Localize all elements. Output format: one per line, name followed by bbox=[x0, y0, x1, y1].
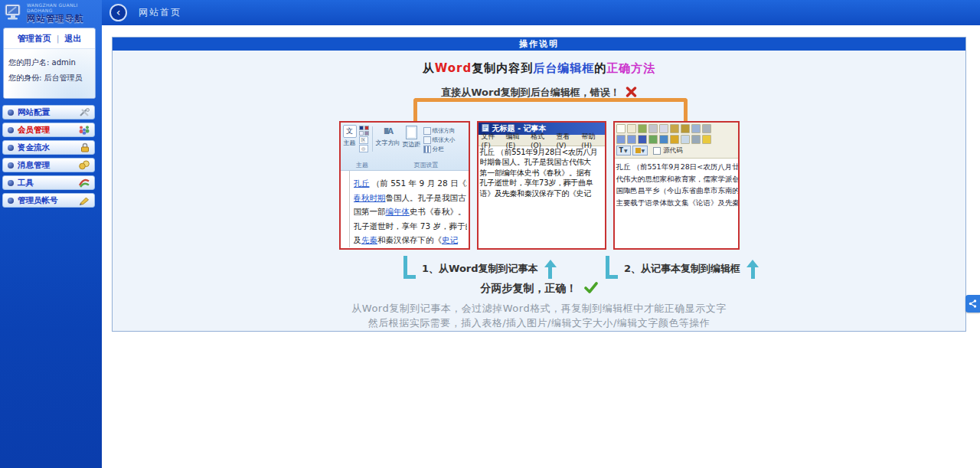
cut-icon bbox=[648, 124, 658, 133]
lock-icon bbox=[80, 142, 90, 152]
note-line-1: 从Word复制到记事本，会过滤掉Word格式，再复制到编辑框中才能正确显示文字 bbox=[113, 302, 965, 316]
text-direction-button: IIIA 文字方向 bbox=[376, 126, 400, 147]
sidebar-item-label: 消息管理 bbox=[18, 160, 50, 171]
admin-home-link[interactable]: 管理首页 bbox=[18, 33, 51, 44]
word-doc-line: 及先秦和秦汉保存下的《史记 bbox=[354, 233, 467, 247]
sidebar-item-message-management[interactable]: 消息管理 bbox=[2, 158, 95, 172]
editor-toolbar: T▼ ▼ 源代码 bbox=[615, 123, 738, 159]
word-doc-link: 春秋时期 bbox=[354, 193, 386, 202]
notepad-line: 语》及先秦和秦汉保存下的《史记 bbox=[480, 188, 604, 198]
sidebar-item-fund-flow[interactable]: 资金流水 bbox=[2, 140, 95, 155]
bullet-icon bbox=[8, 162, 14, 169]
pen-icon bbox=[78, 195, 90, 205]
step2-label: 2、从记事本复制到编辑框 bbox=[624, 262, 740, 279]
back-arrow-icon: ‹ bbox=[116, 7, 121, 18]
page-title: 从Word复制内容到后台编辑框的正确方法 bbox=[113, 61, 965, 76]
topbar: ‹ 网站首页 bbox=[102, 0, 980, 25]
screenshots-row: 文 主题 区 ◎ bbox=[113, 121, 965, 250]
logo: WANGZHAN GUANLI DAOHANG 网站管理导航 bbox=[0, 0, 102, 26]
undo-icon bbox=[616, 135, 626, 144]
sidebar-item-label: 工具 bbox=[18, 178, 34, 188]
editor-line: 孔丘 （前551年9月28日<农历八月廿七>~~前 bbox=[616, 161, 737, 173]
horizontal-rule-icon bbox=[691, 135, 701, 144]
sidebar-item-admin-account[interactable]: 管理员帐号 bbox=[2, 193, 95, 208]
ribbon-group-labels: 主题 页面设置 bbox=[341, 161, 469, 169]
word-paste-icon bbox=[691, 124, 701, 133]
step2-up-arrow-icon bbox=[746, 260, 759, 279]
table-icon bbox=[681, 135, 690, 144]
copy-icon bbox=[659, 124, 668, 133]
red-x-icon bbox=[626, 87, 637, 100]
step1: 1、从Word复制到记事本 bbox=[403, 256, 557, 279]
message-icon bbox=[78, 160, 90, 170]
themes-button: 文 主题 bbox=[343, 125, 357, 147]
title-segment: 后台编辑框 bbox=[533, 61, 594, 75]
monitor-logo-icon bbox=[4, 4, 24, 24]
notepad-menubar: 文件(F)编辑(E)格式(O)查看(V)帮助(H) bbox=[479, 135, 605, 146]
sidebar-item-site-config[interactable]: 网站配置 bbox=[2, 105, 95, 119]
user-links: 管理首页 | 退出 bbox=[4, 28, 95, 49]
word-doc-line: 孔子逝世时，享年 73 岁，葬于曲 bbox=[354, 219, 467, 234]
word-screenshot: 文 主题 区 ◎ bbox=[339, 121, 470, 250]
notepad-line: 孔子逝世时，享年73岁，葬于曲阜 bbox=[480, 178, 604, 188]
preview-icon bbox=[627, 124, 636, 133]
word-doc-line: 春秋时期鲁国人。孔子是我国古 bbox=[354, 191, 467, 205]
editor-line: 代伟大的思想家和教育家，儒家学派创始人， bbox=[616, 173, 737, 185]
word-doc-text: （前 551 年 9 月 28 日《农 bbox=[370, 178, 467, 188]
title-segment: 复制内容到 bbox=[472, 61, 533, 75]
panel-header-title: 操作说明 bbox=[113, 38, 965, 51]
template-icon bbox=[638, 124, 647, 133]
logout-link[interactable]: 退出 bbox=[64, 33, 81, 44]
source-code-toggle: 源代码 bbox=[653, 146, 683, 155]
bullet-icon bbox=[8, 180, 14, 186]
tab-site-home[interactable]: 网站首页 bbox=[139, 6, 181, 19]
word-doc-text: 孔子逝世时，享年 73 岁，葬于曲 bbox=[354, 221, 467, 231]
logo-title: 网站管理导航 bbox=[27, 13, 100, 25]
user-info: 您的用户名: admin 您的身份: 后台管理员 bbox=[4, 49, 95, 98]
theme-fonts-icon: 区 bbox=[359, 136, 368, 144]
editor-screenshot: T▼ ▼ 源代码 孔丘 （前551年9月28日<农历八月廿七>~~前代伟大的思想… bbox=[613, 121, 740, 250]
word-document-text: 孔丘 （前 551 年 9 月 28 日《农春秋时期鲁国人。孔子是我国古国第一部… bbox=[341, 171, 469, 247]
user-box: 管理首页 | 退出 您的用户名: admin 您的身份: 后台管理员 bbox=[3, 28, 96, 99]
sidebar-item-label: 资金流水 bbox=[18, 142, 50, 153]
correct-method-line: 分两步复制，正确！ bbox=[113, 282, 965, 296]
note-line-2: 然后根据实际需要，插入表格/插入图片/编辑文字大小/编辑文字颜色等操作 bbox=[113, 316, 965, 330]
paste-special-icon bbox=[681, 124, 690, 133]
word-doc-link: 编年体 bbox=[386, 207, 410, 216]
margins-button: 页边距 bbox=[403, 126, 421, 149]
word-doc-text: 史书《春秋》。 bbox=[410, 207, 466, 216]
columns-button: 分栏 bbox=[423, 146, 456, 153]
step1-up-arrow-icon bbox=[544, 260, 557, 279]
editor-text: 孔丘 （前551年9月28日<农历八月廿七>~~前代伟大的思想家和教育家，儒家学… bbox=[615, 159, 738, 211]
username-line: 您的用户名: admin bbox=[8, 55, 90, 70]
margins-icon bbox=[406, 126, 417, 139]
step1-bracket-icon bbox=[403, 256, 416, 279]
format-dropdown: T▼ bbox=[616, 146, 631, 155]
paper-size-icon bbox=[423, 136, 431, 144]
word-doc-link: 史记 bbox=[442, 235, 458, 244]
tools-icon bbox=[78, 107, 90, 117]
members-icon bbox=[78, 125, 90, 135]
word-ribbon: 文 主题 区 ◎ bbox=[341, 123, 469, 171]
checkbox-icon bbox=[653, 147, 661, 155]
paper-orientation-icon bbox=[423, 127, 431, 135]
paper-orientation-button: 纸张方向 bbox=[423, 127, 456, 135]
notepad-text: 孔丘 （前551年9月28日<农历八月时期鲁国人。孔子是我国古代伟大第一部编年体… bbox=[479, 146, 605, 198]
notepad-screenshot: 无标题 - 记事本 文件(F)编辑(E)格式(O)查看(V)帮助(H) 孔丘 （… bbox=[477, 121, 606, 250]
admin-page: WANGZHAN GUANLI DAOHANG 网站管理导航 管理首页 | 退出… bbox=[0, 0, 980, 468]
new-icon bbox=[616, 124, 626, 133]
correct-method-text: 分两步复制，正确！ bbox=[481, 282, 577, 296]
sidebar-item-tools[interactable]: 工具 bbox=[2, 175, 95, 190]
logo-tagline: WANGZHAN GUANLI DAOHANG bbox=[27, 2, 100, 13]
title-segment: 正确方法 bbox=[606, 61, 655, 75]
word-doc-line: 国第一部编年体史书《春秋》。 bbox=[354, 205, 467, 219]
columns-icon bbox=[423, 146, 431, 153]
notepad-line: 孔丘 （前551年9月28日<农历八月 bbox=[480, 147, 604, 157]
anchor-icon bbox=[638, 135, 647, 144]
sidebar-item-member-management[interactable]: 会员管理 bbox=[2, 123, 95, 137]
back-button[interactable]: ‹ bbox=[109, 4, 127, 21]
sidebar-menu: 网站配置会员管理资金流水消息管理工具管理员帐号 bbox=[0, 103, 102, 208]
sidebar: WANGZHAN GUANLI DAOHANG 网站管理导航 管理首页 | 退出… bbox=[0, 0, 102, 468]
floating-widget-button[interactable] bbox=[965, 295, 980, 313]
green-check-icon bbox=[584, 282, 598, 296]
